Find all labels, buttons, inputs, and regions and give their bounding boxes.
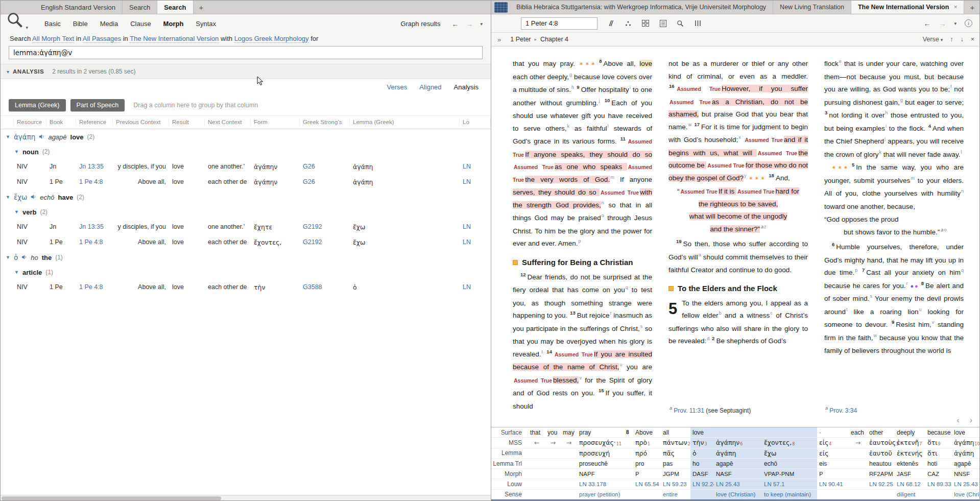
view-aligned[interactable]: Aligned (419, 83, 441, 91)
interlinear-cell[interactable]: ἐκτενής (895, 448, 925, 458)
collapse-triangle-icon[interactable]: ▼ (6, 195, 10, 200)
interlinear-cell[interactable]: πάντων2 (661, 438, 690, 447)
next-article-icon[interactable]: ↓ (960, 36, 963, 43)
history-dropdown-icon[interactable]: ▾ (954, 21, 957, 26)
interlinear-cell[interactable]: → (545, 438, 561, 447)
collapse-triangle-icon[interactable]: ▼ (6, 255, 10, 260)
tab-english-standard-version[interactable]: English Standard Version (34, 1, 123, 14)
interlinear-cell[interactable]: 8 (624, 427, 633, 437)
footnote-marker[interactable]: a (941, 227, 943, 232)
close-panel-icon[interactable]: × (971, 36, 974, 43)
forward-arrow-icon[interactable]: → (466, 20, 473, 28)
interlinear-cell[interactable]: echō (762, 459, 817, 468)
tab-search[interactable]: Search (123, 1, 157, 14)
interlinear-cell[interactable]: LN 89.33 (925, 479, 952, 489)
interlinear-cell[interactable]: ὅτι9 (925, 438, 952, 447)
interlinear-cell[interactable]: NASF (714, 469, 762, 479)
collapse-triangle-icon[interactable]: ▼ (14, 270, 19, 275)
scope-link-the-new-international-version[interactable]: The New International Version (130, 35, 219, 43)
tab-new-living-translation[interactable]: New Living Translation (773, 1, 851, 14)
interlinear-cell[interactable]: all (661, 427, 690, 437)
result-row[interactable]: NIVJnJn 13:35y disciples, if youloveone … (1, 219, 491, 234)
result-row[interactable]: NIVJnJn 13:35y disciples, if youloveone … (1, 159, 491, 174)
search-mode-syntax[interactable]: Syntax (196, 20, 216, 28)
interlinear-cell[interactable]: εἰς (817, 448, 849, 458)
interlinear-cell[interactable]: may (561, 427, 577, 437)
scope-link-all-passages[interactable]: All Passages (83, 35, 121, 43)
interlinear-cell[interactable]: ← (528, 438, 545, 447)
crossref-letter[interactable]: f (950, 84, 952, 89)
crossref-letter[interactable]: t (846, 307, 848, 312)
cell-louw[interactable]: LN (460, 178, 491, 185)
crossref-letter[interactable]: g (900, 98, 903, 103)
crossref-letter[interactable]: b (719, 311, 721, 316)
interlinear-cell[interactable]: ἔχοντες,8 (762, 438, 817, 447)
search-query-input[interactable] (9, 46, 483, 59)
crossref-letter[interactable]: j (599, 98, 600, 103)
interlinear-cell[interactable]: RF2APM (867, 469, 895, 479)
interlinear-cell[interactable]: LN 92.25 (867, 479, 895, 489)
crossref-letter[interactable]: o (602, 213, 604, 218)
crossref-letter[interactable]: y (744, 173, 747, 178)
parallel-resources-icon[interactable]: // (606, 19, 616, 28)
interlinear-cell[interactable]: entire (661, 490, 690, 499)
interlinear-cell[interactable]: pas (661, 459, 690, 468)
interlinear-cell[interactable]: ὁ (690, 448, 714, 458)
interlinear-cell[interactable]: LN 25.43 (952, 479, 980, 489)
collapse-triangle-icon[interactable]: ▼ (6, 134, 10, 139)
crossref-letter[interactable]: v (932, 320, 935, 325)
search-mode-morph[interactable]: Morph (163, 20, 184, 28)
result-row[interactable]: NIV1 Pe1 Pe 4:8Above all,loveeach other … (1, 279, 491, 295)
crossref-letter[interactable]: n (961, 188, 964, 194)
interlinear-cell[interactable]: · (817, 427, 849, 437)
new-tab-button[interactable]: + (964, 1, 980, 14)
cell-strong[interactable]: G26 (300, 163, 350, 170)
crossref-letter[interactable]: u (619, 362, 622, 367)
cell-louw[interactable]: LN (460, 223, 491, 230)
interlinear-cell[interactable]: NNSF (952, 469, 980, 479)
crossref-letter[interactable]: z (764, 224, 767, 229)
crossref-letter[interactable]: j (885, 136, 886, 141)
interlinear-cell[interactable]: LN 25.43 (714, 479, 762, 489)
interlinear-cell[interactable]: because (925, 427, 952, 437)
tab-search[interactable]: Search (157, 1, 193, 14)
crossref-letter[interactable]: k (879, 150, 882, 155)
interlinear-cell[interactable]: → (561, 438, 577, 447)
interlinear-cell[interactable]: to keep (maintain) (762, 490, 817, 499)
crossref-letter[interactable]: d (707, 336, 709, 341)
assumed-true-label[interactable]: Assumed True (677, 86, 721, 92)
interlinear-cell[interactable]: you (545, 427, 561, 437)
page-view-icon[interactable] (658, 20, 668, 27)
breadcrumb-book[interactable]: 1 Peter (510, 36, 531, 43)
pronounce-speaker-icon[interactable] (21, 254, 27, 261)
interlinear-cell[interactable]: ἀγάπη (952, 448, 980, 458)
result-row[interactable]: NIV1 Pe1 Pe 4:8Above all,loveeach other … (1, 234, 491, 250)
search-mode-basic[interactable]: Basic (44, 20, 61, 28)
crossref-letter[interactable]: p (579, 238, 581, 244)
interlinear-cell[interactable]: deeply (895, 427, 925, 437)
crossref-letter[interactable]: v (579, 375, 582, 380)
interlinear-cell[interactable]: love (952, 427, 980, 437)
crossref-letter[interactable]: s (870, 294, 872, 299)
scrollbar-thumb[interactable] (2, 496, 221, 500)
inline-search-icon[interactable] (675, 20, 685, 27)
footnote-reference-link[interactable]: Prov. 11:31 (674, 407, 704, 414)
assumed-true-label[interactable]: Assumed True (601, 189, 639, 196)
interlinear-cell[interactable]: each (849, 427, 867, 437)
cell-ref[interactable]: Jn 13:35 (76, 163, 113, 170)
crossref-letter[interactable]: w (688, 122, 692, 127)
info-icon[interactable]: i (965, 19, 972, 27)
interlinear-cell[interactable]: Above (633, 427, 661, 437)
column-header-next-context[interactable]: Next Context (205, 118, 251, 126)
cell-strong[interactable]: G2192 (300, 238, 350, 246)
interlinear-cell[interactable]: πᾶς (661, 448, 690, 458)
cell-louw[interactable]: LN (460, 238, 491, 246)
pos-group-row[interactable]: ▼noun(2) (1, 145, 491, 159)
display-grid-icon[interactable] (640, 20, 651, 27)
search-mode-media[interactable]: Media (100, 20, 118, 28)
crossref-letter[interactable]: a (699, 252, 701, 257)
crossref-letter[interactable]: q (961, 268, 964, 273)
interlinear-cell[interactable]: ἀγάπη10 (952, 438, 980, 447)
interlinear-cell[interactable]: LN 92.24 (690, 479, 714, 489)
tab-the-new-international-version[interactable]: The New International Version× (851, 1, 965, 14)
